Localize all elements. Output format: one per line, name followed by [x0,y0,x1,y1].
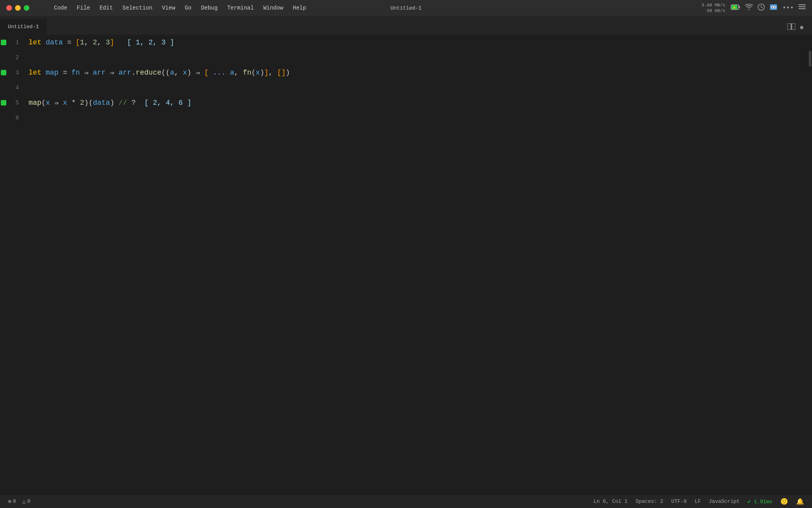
menu-view[interactable]: View [158,3,179,13]
menu-go[interactable]: Go [181,3,195,13]
bell-icon[interactable]: 🔔 [796,498,804,506]
maximize-button[interactable] [24,5,29,11]
debug-dot-3 [1,70,6,75]
gutter-line-1: 1 [1,35,19,50]
fn-call-fn: fn [243,69,251,77]
error-count[interactable]: ⊗ 0 [8,498,16,505]
var-x-body: x [63,99,67,107]
code-line-4 [29,80,807,95]
warning-count[interactable]: △ 0 [22,498,30,505]
titlebar-left: Code File Edit Selection View Go Debug T… [6,3,310,13]
more-icon[interactable]: ••• [782,4,794,12]
code-content[interactable]: let data = [ 1 , 2 , 3 ] [ 1, 2, 3 ] let… [22,35,807,495]
minimize-button[interactable] [15,5,21,11]
param-x: x [183,69,187,77]
code-line-1: let data = [ 1 , 2 , 3 ] [ 1, 2, 3 ] [29,35,807,50]
svg-rect-1 [739,6,740,8]
num-1c: 3 [106,38,110,46]
gutter-line-3: 3 [1,65,19,80]
svg-rect-11 [799,6,806,7]
menu-edit[interactable]: Edit [96,3,117,13]
spread-op: ... [213,69,226,77]
menu-code[interactable]: Code [50,3,71,13]
var-arr-2: arr [119,69,131,77]
file-encoding[interactable]: UTF-8 [671,498,687,504]
var-data: data [46,38,63,46]
error-number: 0 [13,498,16,504]
language-mode[interactable]: JavaScript [709,498,740,504]
code-line-5: map ( x ⇒ x * 2 ) ( data ) // ? [ 2, 4, … [29,95,807,110]
result-5: [ 2, 4, 6 ] [144,99,192,107]
network-down: 68 KB/s [702,8,725,13]
line-ending[interactable]: LF [695,498,701,504]
scrollbar-thumb[interactable] [809,51,811,67]
result-1: [ 1, 2, 3 ] [127,38,174,46]
svg-rect-12 [799,8,806,9]
tab-row: Untitled-1 ● [0,19,812,35]
titlebar-right: 5.88 MB/s 68 KB/s ⚡ [702,2,806,14]
wifi-icon [745,4,753,12]
svg-point-9 [774,6,776,8]
svg-rect-14 [792,23,795,30]
debug-dot-2 [1,55,6,60]
smiley-icon[interactable]: 🙂 [780,498,788,506]
menu-debug[interactable]: Debug [197,3,222,13]
menu-bar: Code File Edit Selection View Go Debug T… [40,3,310,13]
debug-dot-5 [1,100,6,106]
gutter-line-6: 6 [1,110,19,125]
fn-call-map: map [29,99,41,107]
var-map: map [46,69,58,77]
debug-dot-6 [1,115,6,121]
scrollbar-track[interactable] [807,35,812,495]
gutter-line-4: 4 [1,80,19,95]
line-number-6: 6 [10,115,19,121]
status-bar: ⊗ 0 △ 0 Ln 6, Col 1 Spaces: 2 UTF-8 LF J… [0,495,812,508]
tab-actions: ● [787,23,812,35]
gutter: 1 2 3 4 5 6 [0,35,22,495]
cursor-position[interactable]: Ln 6, Col 1 [594,498,628,504]
line-number-2: 2 [10,54,19,61]
menu-selection[interactable]: Selection [119,3,157,13]
window-title: Untitled-1 [391,5,421,11]
debug-dot-4 [1,85,6,90]
var-fn: fn [71,69,80,77]
svg-rect-13 [787,23,791,30]
list-icon[interactable] [799,4,806,12]
error-icon: ⊗ [8,498,11,505]
var-x-param: x [46,99,50,107]
menu-window[interactable]: Window [259,3,287,13]
num-1a: 1 [80,38,84,46]
num-1b: 2 [93,38,97,46]
method-reduce: reduce [136,69,161,77]
line-number-5: 5 [10,100,19,106]
warning-icon: △ [22,498,25,505]
indent-spaces[interactable]: Spaces: 2 [636,498,663,504]
var-data-arg: data [93,99,110,107]
close-button[interactable] [6,5,12,11]
editor-area: 1 2 3 4 5 6 let data = [ [0,35,812,495]
num-2: 2 [80,99,84,107]
tab-label: Untitled-1 [8,24,39,30]
traffic-lights [6,5,29,11]
apple-menu[interactable] [40,6,48,10]
svg-point-8 [772,6,773,8]
menu-file[interactable]: File [73,3,94,13]
svg-text:⚡: ⚡ [732,6,736,10]
var-a-spread: a [230,69,234,77]
menu-help[interactable]: Help [289,3,310,13]
question-mark: ? [131,99,136,107]
network-status: 5.88 MB/s 68 KB/s [702,2,725,14]
dot-icon: ● [799,23,804,32]
tab-bar: Untitled-1 ● [0,16,812,35]
code-line-2 [29,50,807,65]
split-editor-icon[interactable] [787,23,795,32]
tab-untitled-1[interactable]: Untitled-1 [0,19,47,35]
comment-slash: // [119,99,127,107]
bracket-open-3a: [ [204,69,209,77]
debug-dot-1 [1,40,6,45]
keyword-let-1: let [29,38,41,46]
menu-terminal[interactable]: Terminal [223,3,258,13]
bracket-open-3b: [ [277,69,282,77]
bracket-close-3a: ] [264,69,268,77]
finder-icon [770,4,778,13]
